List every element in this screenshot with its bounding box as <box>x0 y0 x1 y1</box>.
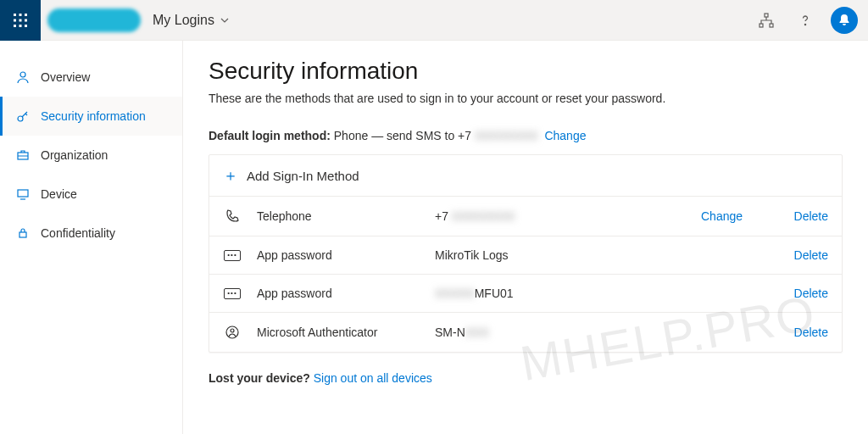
svg-rect-17 <box>19 232 26 237</box>
header-actions <box>753 7 868 34</box>
sitemap-icon[interactable] <box>753 7 780 34</box>
svg-rect-4 <box>19 19 22 21</box>
sidebar-item-security[interactable]: Security information <box>0 97 182 136</box>
svg-point-12 <box>804 24 805 25</box>
page-layout: Overview Security information Organizati… <box>0 41 868 434</box>
lock-icon <box>15 225 31 241</box>
svg-rect-6 <box>14 25 16 27</box>
method-name: App password <box>257 287 435 300</box>
change-default-method-link[interactable]: Change <box>544 129 586 142</box>
app-title-dropdown[interactable]: My Logins <box>153 13 230 28</box>
signout-all-link[interactable]: Sign out on all devices <box>314 371 432 385</box>
lost-device-line: Lost your device? Sign out on all device… <box>209 371 843 385</box>
lost-device-label: Lost your device? <box>209 371 310 385</box>
methods-card: ＋ Add Sign-In Method Telephone +7 XXXXXX… <box>209 154 843 353</box>
method-value: MikroTik Logs <box>435 248 701 262</box>
svg-rect-3 <box>14 19 16 21</box>
sidebar-item-organization[interactable]: Organization <box>0 136 182 175</box>
svg-point-19 <box>231 329 234 332</box>
briefcase-icon <box>15 147 31 163</box>
main-content: Security information These are the metho… <box>183 41 868 434</box>
page-subtitle: These are the methods that are used to s… <box>209 92 843 105</box>
sidebar-item-overview[interactable]: Overview <box>0 58 182 97</box>
brand-logo-redacted <box>47 8 141 32</box>
method-delete-link[interactable]: Delete <box>777 248 828 262</box>
svg-rect-0 <box>14 14 16 16</box>
method-row-telephone: Telephone +7 XXXXXXXX Change Delete <box>209 196 842 236</box>
plus-icon: ＋ <box>223 165 238 186</box>
default-method-line: Default login method: Phone — send SMS t… <box>209 129 843 142</box>
method-row-app-password-2: ••• App password XXXXXMFU01 Delete <box>209 274 842 312</box>
sidebar-item-device[interactable]: Device <box>0 175 182 214</box>
method-name: Microsoft Authenticator <box>257 326 435 339</box>
default-method-label: Default login method: <box>209 129 331 142</box>
method-delete-link[interactable]: Delete <box>777 326 828 339</box>
person-icon <box>15 70 31 85</box>
add-method-label: Add Sign-In Method <box>247 169 359 183</box>
sidebar-nav: Overview Security information Organizati… <box>0 41 183 434</box>
svg-rect-16 <box>18 190 28 197</box>
sidebar-item-label: Confidentiality <box>41 226 115 240</box>
chevron-down-icon <box>220 15 230 25</box>
password-icon: ••• <box>223 288 242 299</box>
svg-rect-9 <box>765 14 768 17</box>
method-change-link[interactable]: Change <box>701 209 777 223</box>
authenticator-icon <box>223 325 242 340</box>
method-name: App password <box>257 248 435 262</box>
method-name: Telephone <box>257 209 435 223</box>
password-icon: ••• <box>223 250 242 261</box>
device-icon <box>15 186 31 202</box>
sidebar-item-label: Overview <box>41 70 90 84</box>
page-title: Security information <box>209 58 843 85</box>
key-icon <box>15 108 31 124</box>
add-method-button[interactable]: ＋ Add Sign-In Method <box>209 155 842 196</box>
svg-point-13 <box>20 72 25 77</box>
method-row-authenticator: Microsoft Authenticator SM-NXXX Delete <box>209 312 842 352</box>
svg-rect-10 <box>760 24 763 27</box>
phone-icon <box>223 209 242 224</box>
app-header: My Logins <box>0 0 868 41</box>
default-method-value-masked: XXXXXXXX <box>475 129 538 142</box>
svg-rect-1 <box>19 14 22 16</box>
method-delete-link[interactable]: Delete <box>777 287 828 300</box>
method-value: +7 XXXXXXXX <box>435 209 701 223</box>
svg-rect-8 <box>25 25 27 27</box>
method-row-app-password-1: ••• App password MikroTik Logs Delete <box>209 236 842 274</box>
method-value: XXXXXMFU01 <box>435 287 701 300</box>
svg-rect-7 <box>19 25 22 27</box>
help-icon[interactable] <box>792 7 819 34</box>
sidebar-item-label: Organization <box>41 148 108 162</box>
default-method-value-prefix: Phone — send SMS to +7 <box>334 129 475 142</box>
method-value: SM-NXXX <box>435 326 701 339</box>
svg-rect-11 <box>770 24 773 27</box>
app-launcher-button[interactable] <box>0 0 41 41</box>
notifications-button[interactable] <box>831 7 858 34</box>
sidebar-item-label: Device <box>41 187 77 201</box>
sidebar-item-label: Security information <box>41 109 146 123</box>
svg-rect-2 <box>25 14 27 16</box>
svg-rect-5 <box>25 19 27 21</box>
method-delete-link[interactable]: Delete <box>777 209 828 223</box>
app-title-text: My Logins <box>153 13 214 28</box>
sidebar-item-confidentiality[interactable]: Confidentiality <box>0 214 182 253</box>
